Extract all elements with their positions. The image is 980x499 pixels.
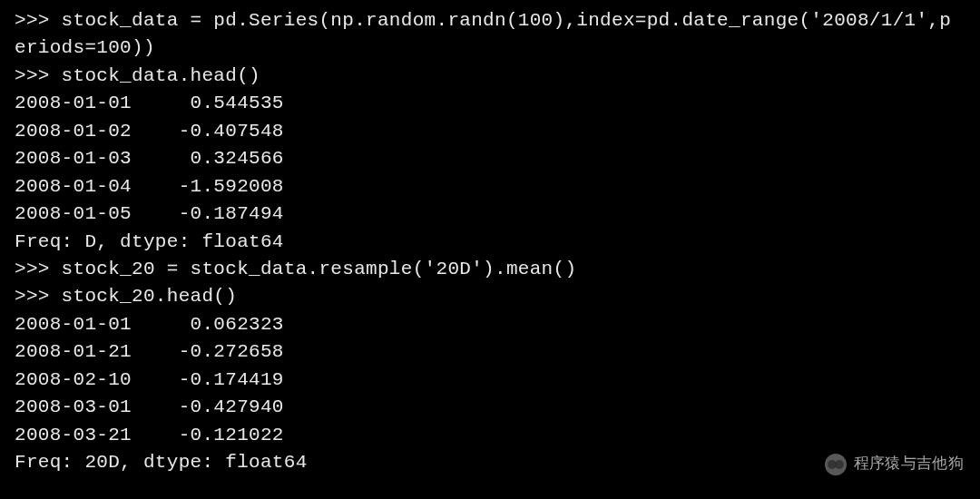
code-line-1-cont: eriods=100)) [15,34,965,62]
output-date: 2008-01-04 [15,176,132,197]
command-text-cont: eriods=100)) [15,37,155,58]
output-date: 2008-03-21 [15,425,132,445]
output-row: 2008-01-21 -0.272658 [15,338,965,366]
command-text: stock_data = pd.Series(np.random.randn(1… [62,10,952,31]
output-date: 2008-01-05 [15,203,132,224]
prompt: >>> [15,10,62,31]
output-footer: Freq: D, dtype: float64 [15,229,965,256]
output-row: 2008-01-05 -0.187494 [15,201,965,228]
output-date: 2008-01-03 [15,148,132,169]
output-value: 0.062323 [179,314,284,335]
output-date: 2008-01-21 [15,341,132,362]
output-row: 2008-01-01 0.544535 [15,90,965,117]
output-row: 2008-02-10 -0.174419 [15,367,965,394]
command-text: stock_20.head() [62,286,238,307]
output-value: -0.174419 [179,369,284,390]
watermark-text: 程序猿与吉他狗 [854,453,964,475]
code-line-3: >>> stock_20 = stock_data.resample('20D'… [15,256,965,283]
output-date: 2008-03-01 [15,396,132,417]
watermark: 程序猿与吉他狗 [825,453,964,475]
output-row: 2008-01-01 0.062323 [15,311,965,338]
output-value: 0.324566 [179,148,284,169]
output-value: 0.544535 [179,93,284,113]
prompt: >>> [15,259,62,279]
command-text: stock_20 = stock_data.resample('20D').me… [62,259,577,279]
output-row: 2008-03-01 -0.427940 [15,394,965,421]
output-value: -0.427940 [179,396,284,417]
output-value: -0.187494 [179,203,284,224]
wechat-icon [825,454,847,475]
output-value: -0.272658 [179,341,284,362]
code-line-1: >>> stock_data = pd.Series(np.random.ran… [15,7,965,34]
prompt: >>> [15,286,62,307]
output-row: 2008-01-04 -1.592008 [15,173,965,201]
prompt: >>> [15,65,62,86]
output-row: 2008-03-21 -0.121022 [15,422,965,449]
code-line-4: >>> stock_20.head() [15,283,965,310]
output-value: -0.121022 [179,425,284,445]
output-row: 2008-01-03 0.324566 [15,145,965,172]
code-line-2: >>> stock_data.head() [15,63,965,90]
output-date: 2008-01-01 [15,93,132,113]
command-text: stock_data.head() [62,65,260,86]
output-value: -0.407548 [179,121,284,142]
output-row: 2008-01-02 -0.407548 [15,118,965,145]
output-date: 2008-01-01 [15,314,132,335]
output-value: -1.592008 [179,176,284,197]
output-date: 2008-01-02 [15,121,132,142]
output-footer: Freq: 20D, dtype: float64 [15,449,965,476]
output-date: 2008-02-10 [15,369,132,390]
